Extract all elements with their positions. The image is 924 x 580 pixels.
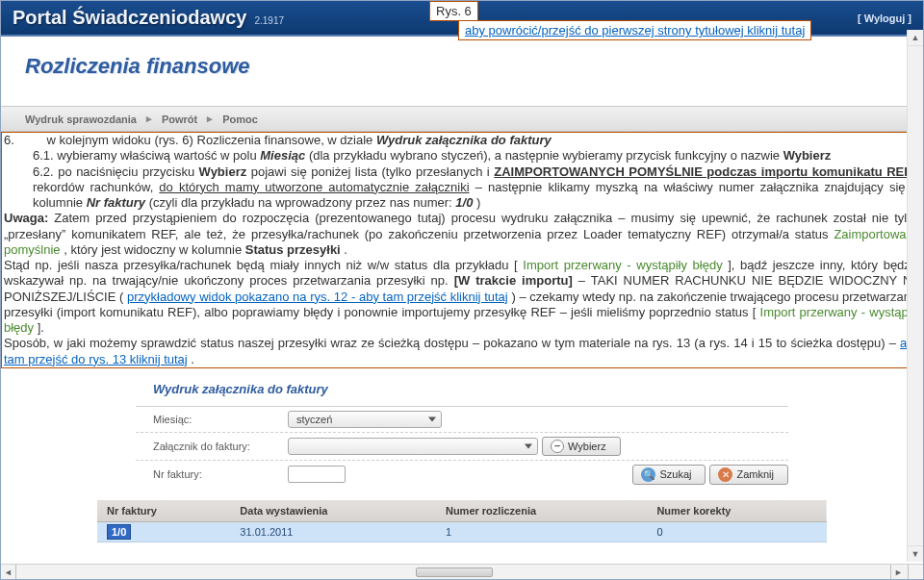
instr-link[interactable]: przykładowy widok pokazano na rys. 12 - … <box>127 290 508 304</box>
vertical-scrollbar[interactable]: ▲ ▼ <box>907 30 923 562</box>
instr-text: Wybierz <box>783 148 832 163</box>
chevron-down-icon <box>428 416 436 421</box>
instr-text: Sposób, w jaki możemy sprawdzić status n… <box>4 336 900 350</box>
attachment-label: Załącznik do faktury: <box>153 441 288 452</box>
col-numer-korekty[interactable]: Numer korekty <box>647 500 827 522</box>
instr-text: wybieramy właściwą wartość w polu <box>57 148 260 163</box>
instr-text: Zatem przed przystąpieniem do rozpoczęci… <box>4 211 920 240</box>
horizontal-scrollbar[interactable]: ◄ ► <box>1 564 923 579</box>
scroll-down-arrow[interactable]: ▼ <box>908 545 923 562</box>
chevron-right-icon: ▸ <box>207 113 213 125</box>
attachment-value <box>296 441 299 452</box>
col-numer-rozliczenia[interactable]: Numer rozliczenia <box>436 500 647 522</box>
scrollbar-thumb[interactable] <box>416 567 493 577</box>
month-value: styczeń <box>296 414 332 425</box>
scroll-corner <box>908 565 923 580</box>
cell-nr-faktury[interactable]: 1/0 <box>107 524 131 540</box>
annotation-figure-label: Rys. 6 <box>429 1 478 21</box>
instr-text: ZAIMPORTOWANYCH POMYŚLNIE podczas import… <box>494 164 911 179</box>
instr-text: Import przerwany - wystąpiły błędy <box>523 258 722 272</box>
instr-text: 1/0 <box>455 195 473 210</box>
page-title: Rozliczenia finansowe <box>25 54 899 79</box>
instr-text: 6.1. <box>33 148 54 163</box>
instruction-annotation: 6. w kolejnym widoku (rys. 6) Rozliczeni… <box>1 132 923 368</box>
scroll-right-arrow[interactable]: ► <box>890 565 906 580</box>
instr-text: Miesiąc <box>260 148 305 163</box>
cell-data: 31.01.2011 <box>230 521 436 542</box>
instr-text: Wydruk załącznika do faktury <box>376 133 552 147</box>
close-button[interactable]: ✕ Zamknij <box>709 465 788 485</box>
invoice-no-input[interactable] <box>288 466 346 483</box>
instr-text: , który jest widoczny w kolumnie <box>64 242 245 257</box>
instr-text: Nr faktury <box>87 195 145 210</box>
cell-korekta: 0 <box>647 521 827 542</box>
toolbar-item-wydruk[interactable]: Wydruk sprawozdania <box>25 113 137 125</box>
annotation-back-link[interactable]: aby powrócić/przejść do pierwszej strony… <box>458 20 811 40</box>
search-icon: 🔍 <box>641 467 655 482</box>
app-title: Portal Świadczeniodawcy <box>13 7 246 29</box>
instr-text: ) <box>476 195 480 210</box>
instr-text: (czyli dla przykładu na wprowadzony prze… <box>149 195 456 210</box>
toolbar-item-pomoc[interactable]: Pomoc <box>222 113 258 125</box>
attachment-dropdown[interactable] <box>288 438 538 455</box>
instr-text: [W trakcie importu] <box>454 273 573 288</box>
instr-text: 6. <box>4 133 14 147</box>
scroll-up-arrow[interactable]: ▲ <box>908 30 923 46</box>
logout-link[interactable]: [ Wyloguj ] <box>858 13 911 24</box>
chevron-down-icon <box>525 443 532 448</box>
invoice-no-label: Nr faktury: <box>153 468 288 480</box>
minus-icon: – <box>551 440 564 453</box>
search-button-label: Szukaj <box>659 468 691 480</box>
col-data-wystawienia[interactable]: Data wystawienia <box>230 500 436 522</box>
form-title: Wydruk załącznika do faktury <box>136 376 788 407</box>
instr-text: (dla przykładu wybrano styczeń), a nastę… <box>309 148 783 163</box>
instr-text: 6.2. <box>33 164 54 179</box>
choose-button[interactable]: – Wybierz <box>542 437 621 456</box>
instr-text: Stąd np. jeśli nasza przesyłka/rachunek … <box>4 258 518 272</box>
toolbar-item-powrot[interactable]: Powrót <box>162 113 197 125</box>
table-row[interactable]: 1/0 31.01.2011 1 0 <box>97 521 827 542</box>
instr-text: Uwaga: <box>4 211 48 225</box>
instr-text: . <box>191 352 194 366</box>
invoice-table: Nr faktury Data wystawienia Numer rozlic… <box>97 500 827 542</box>
instr-text: ]. <box>38 320 44 335</box>
cell-rozliczenie: 1 <box>436 521 647 542</box>
table-header-row: Nr faktury Data wystawienia Numer rozlic… <box>97 500 827 522</box>
search-button[interactable]: 🔍 Szukaj <box>632 465 706 485</box>
instr-text: . <box>344 242 347 257</box>
choose-button-label: Wybierz <box>568 441 606 452</box>
col-nr-faktury[interactable]: Nr faktury <box>97 500 230 522</box>
instr-text: po naciśnięciu przycisku <box>58 164 198 179</box>
instr-text: w kolejnym widoku (rys. 6) Rozliczenia f… <box>46 133 375 147</box>
instr-text: pojawi się poniżej lista (tylko przesłan… <box>251 164 495 179</box>
chevron-right-icon: ▸ <box>146 113 152 125</box>
close-button-label: Zamknij <box>736 468 774 480</box>
instr-text: Status przesyłki <box>245 242 341 257</box>
toolbar: Wydruk sprawozdania ▸ Powrót ▸ Pomoc <box>1 106 923 132</box>
app-version: 2.1917 <box>254 15 284 26</box>
scroll-left-arrow[interactable]: ◄ <box>1 565 16 580</box>
month-dropdown[interactable]: styczeń <box>288 411 442 428</box>
instr-text: Wybierz <box>199 164 247 179</box>
form-panel: Wydruk załącznika do faktury Miesiąc: st… <box>136 376 788 489</box>
instr-text: do których mamy utworzone automatycznie … <box>159 180 469 194</box>
close-icon: ✕ <box>718 467 732 482</box>
month-label: Miesiąc: <box>153 414 288 425</box>
